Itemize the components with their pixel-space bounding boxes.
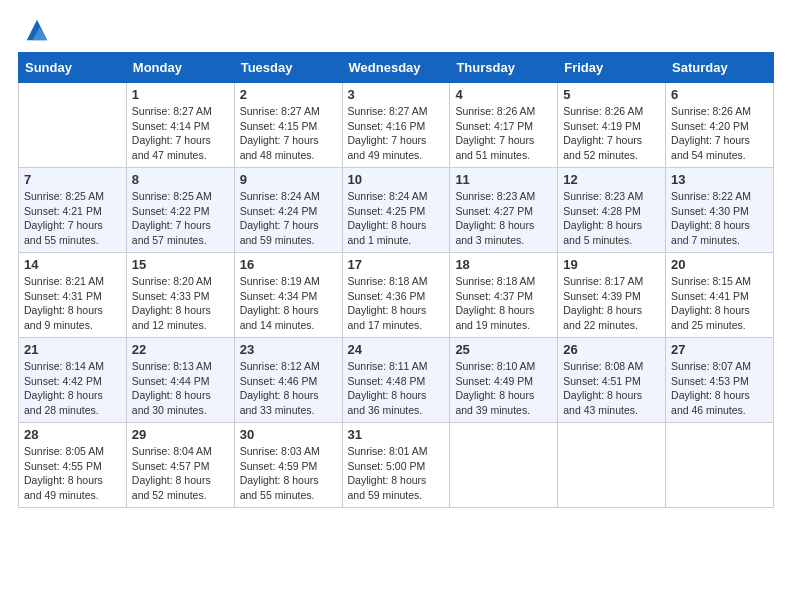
calendar-cell: 4Sunrise: 8:26 AMSunset: 4:17 PMDaylight…	[450, 83, 558, 168]
calendar-cell: 13Sunrise: 8:22 AMSunset: 4:30 PMDayligh…	[666, 168, 774, 253]
page-header	[10, 10, 782, 52]
day-number: 22	[132, 342, 229, 357]
cell-info: Sunrise: 8:26 AMSunset: 4:19 PMDaylight:…	[563, 104, 660, 163]
calendar-week-row: 1Sunrise: 8:27 AMSunset: 4:14 PMDaylight…	[19, 83, 774, 168]
calendar-cell: 11Sunrise: 8:23 AMSunset: 4:27 PMDayligh…	[450, 168, 558, 253]
day-number: 15	[132, 257, 229, 272]
calendar-cell: 7Sunrise: 8:25 AMSunset: 4:21 PMDaylight…	[19, 168, 127, 253]
day-number: 30	[240, 427, 337, 442]
calendar-week-row: 14Sunrise: 8:21 AMSunset: 4:31 PMDayligh…	[19, 253, 774, 338]
logo-icon	[23, 16, 51, 44]
day-number: 8	[132, 172, 229, 187]
calendar-cell: 5Sunrise: 8:26 AMSunset: 4:19 PMDaylight…	[558, 83, 666, 168]
cell-info: Sunrise: 8:05 AMSunset: 4:55 PMDaylight:…	[24, 444, 121, 503]
calendar-cell: 20Sunrise: 8:15 AMSunset: 4:41 PMDayligh…	[666, 253, 774, 338]
cell-info: Sunrise: 8:03 AMSunset: 4:59 PMDaylight:…	[240, 444, 337, 503]
day-number: 28	[24, 427, 121, 442]
day-number: 16	[240, 257, 337, 272]
calendar-cell: 23Sunrise: 8:12 AMSunset: 4:46 PMDayligh…	[234, 338, 342, 423]
day-number: 1	[132, 87, 229, 102]
calendar-cell: 16Sunrise: 8:19 AMSunset: 4:34 PMDayligh…	[234, 253, 342, 338]
day-number: 11	[455, 172, 552, 187]
cell-info: Sunrise: 8:11 AMSunset: 4:48 PMDaylight:…	[348, 359, 445, 418]
day-number: 25	[455, 342, 552, 357]
header-thursday: Thursday	[450, 53, 558, 83]
header-tuesday: Tuesday	[234, 53, 342, 83]
calendar-cell: 24Sunrise: 8:11 AMSunset: 4:48 PMDayligh…	[342, 338, 450, 423]
calendar-cell	[19, 83, 127, 168]
day-number: 9	[240, 172, 337, 187]
day-number: 14	[24, 257, 121, 272]
header-wednesday: Wednesday	[342, 53, 450, 83]
calendar-cell	[558, 423, 666, 508]
calendar-cell: 6Sunrise: 8:26 AMSunset: 4:20 PMDaylight…	[666, 83, 774, 168]
calendar-cell: 14Sunrise: 8:21 AMSunset: 4:31 PMDayligh…	[19, 253, 127, 338]
calendar-cell: 2Sunrise: 8:27 AMSunset: 4:15 PMDaylight…	[234, 83, 342, 168]
day-number: 19	[563, 257, 660, 272]
cell-info: Sunrise: 8:21 AMSunset: 4:31 PMDaylight:…	[24, 274, 121, 333]
calendar-week-row: 21Sunrise: 8:14 AMSunset: 4:42 PMDayligh…	[19, 338, 774, 423]
calendar-cell: 22Sunrise: 8:13 AMSunset: 4:44 PMDayligh…	[126, 338, 234, 423]
cell-info: Sunrise: 8:15 AMSunset: 4:41 PMDaylight:…	[671, 274, 768, 333]
header-sunday: Sunday	[19, 53, 127, 83]
cell-info: Sunrise: 8:25 AMSunset: 4:21 PMDaylight:…	[24, 189, 121, 248]
day-number: 10	[348, 172, 445, 187]
calendar-cell: 18Sunrise: 8:18 AMSunset: 4:37 PMDayligh…	[450, 253, 558, 338]
day-number: 12	[563, 172, 660, 187]
cell-info: Sunrise: 8:01 AMSunset: 5:00 PMDaylight:…	[348, 444, 445, 503]
calendar-cell: 1Sunrise: 8:27 AMSunset: 4:14 PMDaylight…	[126, 83, 234, 168]
calendar-cell: 30Sunrise: 8:03 AMSunset: 4:59 PMDayligh…	[234, 423, 342, 508]
calendar-cell: 19Sunrise: 8:17 AMSunset: 4:39 PMDayligh…	[558, 253, 666, 338]
day-number: 4	[455, 87, 552, 102]
cell-info: Sunrise: 8:04 AMSunset: 4:57 PMDaylight:…	[132, 444, 229, 503]
cell-info: Sunrise: 8:10 AMSunset: 4:49 PMDaylight:…	[455, 359, 552, 418]
day-number: 31	[348, 427, 445, 442]
day-number: 29	[132, 427, 229, 442]
day-number: 26	[563, 342, 660, 357]
calendar-cell: 25Sunrise: 8:10 AMSunset: 4:49 PMDayligh…	[450, 338, 558, 423]
day-number: 27	[671, 342, 768, 357]
day-number: 7	[24, 172, 121, 187]
day-number: 5	[563, 87, 660, 102]
cell-info: Sunrise: 8:26 AMSunset: 4:20 PMDaylight:…	[671, 104, 768, 163]
calendar-week-row: 28Sunrise: 8:05 AMSunset: 4:55 PMDayligh…	[19, 423, 774, 508]
day-number: 13	[671, 172, 768, 187]
calendar-cell: 12Sunrise: 8:23 AMSunset: 4:28 PMDayligh…	[558, 168, 666, 253]
calendar-header-row: Sunday Monday Tuesday Wednesday Thursday…	[19, 53, 774, 83]
day-number: 6	[671, 87, 768, 102]
cell-info: Sunrise: 8:24 AMSunset: 4:25 PMDaylight:…	[348, 189, 445, 248]
cell-info: Sunrise: 8:12 AMSunset: 4:46 PMDaylight:…	[240, 359, 337, 418]
cell-info: Sunrise: 8:25 AMSunset: 4:22 PMDaylight:…	[132, 189, 229, 248]
cell-info: Sunrise: 8:19 AMSunset: 4:34 PMDaylight:…	[240, 274, 337, 333]
calendar-cell: 21Sunrise: 8:14 AMSunset: 4:42 PMDayligh…	[19, 338, 127, 423]
day-number: 17	[348, 257, 445, 272]
calendar-table: Sunday Monday Tuesday Wednesday Thursday…	[18, 52, 774, 508]
calendar-cell: 26Sunrise: 8:08 AMSunset: 4:51 PMDayligh…	[558, 338, 666, 423]
calendar-cell: 27Sunrise: 8:07 AMSunset: 4:53 PMDayligh…	[666, 338, 774, 423]
cell-info: Sunrise: 8:24 AMSunset: 4:24 PMDaylight:…	[240, 189, 337, 248]
calendar-cell: 17Sunrise: 8:18 AMSunset: 4:36 PMDayligh…	[342, 253, 450, 338]
cell-info: Sunrise: 8:23 AMSunset: 4:28 PMDaylight:…	[563, 189, 660, 248]
day-number: 24	[348, 342, 445, 357]
header-monday: Monday	[126, 53, 234, 83]
calendar-cell	[450, 423, 558, 508]
logo	[20, 20, 51, 44]
calendar-cell: 29Sunrise: 8:04 AMSunset: 4:57 PMDayligh…	[126, 423, 234, 508]
calendar-cell: 31Sunrise: 8:01 AMSunset: 5:00 PMDayligh…	[342, 423, 450, 508]
cell-info: Sunrise: 8:26 AMSunset: 4:17 PMDaylight:…	[455, 104, 552, 163]
cell-info: Sunrise: 8:27 AMSunset: 4:16 PMDaylight:…	[348, 104, 445, 163]
cell-info: Sunrise: 8:17 AMSunset: 4:39 PMDaylight:…	[563, 274, 660, 333]
cell-info: Sunrise: 8:18 AMSunset: 4:36 PMDaylight:…	[348, 274, 445, 333]
cell-info: Sunrise: 8:27 AMSunset: 4:15 PMDaylight:…	[240, 104, 337, 163]
cell-info: Sunrise: 8:14 AMSunset: 4:42 PMDaylight:…	[24, 359, 121, 418]
calendar-cell	[666, 423, 774, 508]
calendar-cell: 10Sunrise: 8:24 AMSunset: 4:25 PMDayligh…	[342, 168, 450, 253]
calendar-cell: 3Sunrise: 8:27 AMSunset: 4:16 PMDaylight…	[342, 83, 450, 168]
cell-info: Sunrise: 8:13 AMSunset: 4:44 PMDaylight:…	[132, 359, 229, 418]
calendar-cell: 28Sunrise: 8:05 AMSunset: 4:55 PMDayligh…	[19, 423, 127, 508]
calendar-cell: 15Sunrise: 8:20 AMSunset: 4:33 PMDayligh…	[126, 253, 234, 338]
day-number: 3	[348, 87, 445, 102]
day-number: 20	[671, 257, 768, 272]
cell-info: Sunrise: 8:07 AMSunset: 4:53 PMDaylight:…	[671, 359, 768, 418]
cell-info: Sunrise: 8:18 AMSunset: 4:37 PMDaylight:…	[455, 274, 552, 333]
